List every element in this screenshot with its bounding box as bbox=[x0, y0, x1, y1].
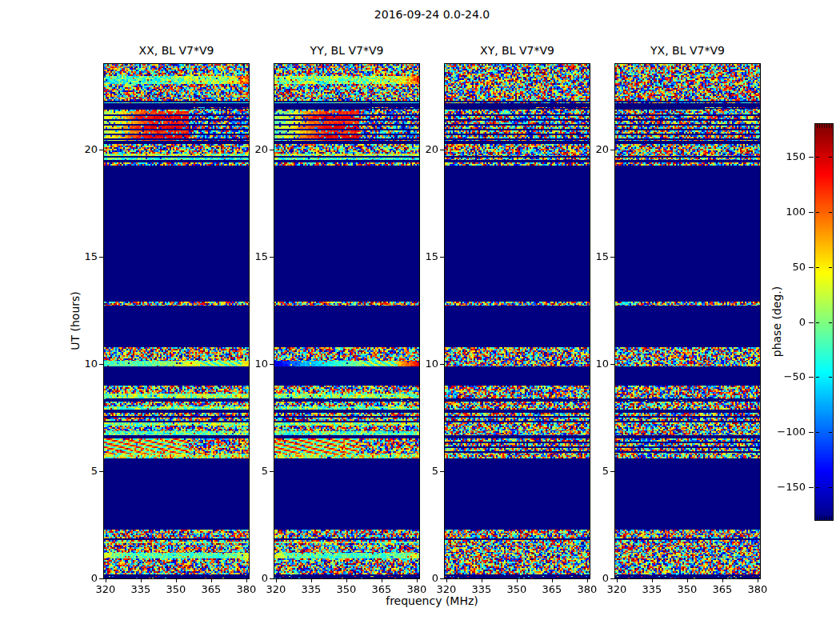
y-tick-label: 0 bbox=[577, 573, 609, 584]
x-tick-label: 335 bbox=[636, 584, 668, 595]
x-tick-label: 365 bbox=[195, 584, 227, 595]
colorbar-tick bbox=[809, 322, 814, 323]
x-tick-label: 380 bbox=[230, 584, 262, 595]
y-tick-label: 10 bbox=[236, 358, 268, 370]
x-tick bbox=[106, 579, 106, 582]
colorbar-tick-inner bbox=[829, 212, 832, 213]
y-tick-label: 10 bbox=[66, 358, 98, 370]
x-tick bbox=[276, 579, 277, 582]
heatmap-panel-xx bbox=[103, 63, 250, 579]
y-tick bbox=[99, 578, 103, 579]
y-tick bbox=[270, 578, 274, 579]
y-tick-label: 0 bbox=[406, 573, 438, 584]
y-tick-label: 5 bbox=[577, 466, 609, 477]
colorbar-tick-inner bbox=[829, 322, 832, 323]
x-tick bbox=[211, 579, 212, 582]
colorbar-tick-inner bbox=[829, 267, 832, 268]
x-tick-label: 380 bbox=[742, 584, 774, 595]
y-tick bbox=[440, 150, 444, 150]
y-tick bbox=[610, 150, 614, 150]
y-tick-label: 0 bbox=[66, 573, 98, 584]
y-tick bbox=[610, 257, 614, 258]
x-tick bbox=[176, 579, 177, 582]
x-tick-label: 350 bbox=[330, 584, 362, 595]
panel-title-xy: XY, BL V7*V9 bbox=[445, 44, 590, 57]
colorbar-tick bbox=[809, 487, 814, 488]
heatmap-panel-yy bbox=[274, 63, 420, 579]
panel-title-yx: YX, BL V7*V9 bbox=[615, 44, 760, 57]
x-tick-label: 365 bbox=[366, 584, 398, 595]
colorbar-tick bbox=[809, 267, 814, 268]
y-tick bbox=[440, 578, 444, 579]
y-tick-label: 15 bbox=[66, 251, 98, 262]
figure-title: 2016-09-24 0.0-24.0 bbox=[104, 8, 760, 21]
x-tick bbox=[346, 579, 347, 582]
colorbar-tick-label: −100 bbox=[764, 426, 806, 438]
colorbar-tick-label: 100 bbox=[764, 206, 806, 218]
x-tick bbox=[482, 579, 482, 582]
y-tick-label: 15 bbox=[406, 251, 438, 262]
y-tick-label: 20 bbox=[406, 144, 438, 155]
y-tick bbox=[440, 257, 444, 258]
y-axis-label: UT (hours) bbox=[69, 291, 82, 350]
x-tick-label: 380 bbox=[401, 584, 433, 595]
y-tick-label: 20 bbox=[66, 144, 98, 155]
y-tick bbox=[440, 471, 444, 472]
y-tick-label: 15 bbox=[236, 251, 268, 262]
x-tick bbox=[652, 579, 653, 582]
x-tick bbox=[141, 579, 142, 582]
y-tick-label: 15 bbox=[577, 251, 609, 262]
y-tick-label: 5 bbox=[406, 466, 438, 477]
x-tick-label: 380 bbox=[571, 584, 603, 595]
colorbar-tick-label: −150 bbox=[764, 482, 806, 493]
y-tick bbox=[610, 364, 614, 365]
y-tick-label: 10 bbox=[577, 358, 609, 370]
colorbar-tick-inner bbox=[829, 377, 832, 378]
x-tick-label: 320 bbox=[90, 584, 122, 595]
x-tick-label: 320 bbox=[260, 584, 292, 595]
panel-title-xx: XX, BL V7*V9 bbox=[104, 44, 249, 57]
x-tick-label: 335 bbox=[466, 584, 498, 595]
x-tick bbox=[722, 579, 723, 582]
x-tick bbox=[517, 579, 518, 582]
y-tick-label: 10 bbox=[406, 358, 438, 370]
x-axis-label: frequency (MHz) bbox=[264, 594, 600, 607]
x-tick bbox=[382, 579, 382, 582]
y-tick-label: 20 bbox=[236, 144, 268, 155]
x-tick bbox=[552, 579, 553, 582]
colorbar-tick-inner bbox=[816, 487, 819, 488]
x-tick-label: 350 bbox=[501, 584, 533, 595]
colorbar-tick bbox=[809, 377, 814, 378]
x-tick-label: 320 bbox=[601, 584, 633, 595]
colorbar-tick-inner bbox=[816, 432, 819, 433]
y-tick bbox=[270, 364, 274, 365]
y-tick-label: 20 bbox=[577, 144, 609, 155]
colorbar-tick-inner bbox=[829, 432, 832, 433]
y-tick bbox=[270, 257, 274, 258]
colorbar-tick-label: 150 bbox=[764, 151, 806, 162]
x-tick-label: 350 bbox=[671, 584, 703, 595]
x-tick-label: 335 bbox=[125, 584, 157, 595]
y-tick bbox=[99, 150, 103, 150]
colorbar-tick bbox=[809, 157, 814, 158]
colorbar-tick-inner bbox=[816, 212, 819, 213]
colorbar-tick-inner bbox=[816, 157, 819, 158]
y-tick bbox=[99, 364, 103, 365]
colorbar-tick-label: 0 bbox=[764, 317, 806, 328]
colorbar-tick bbox=[809, 432, 814, 433]
heatmap-panel-xy bbox=[444, 63, 590, 579]
colorbar-tick-label: 50 bbox=[764, 262, 806, 273]
y-tick bbox=[270, 471, 274, 472]
x-tick bbox=[617, 579, 618, 582]
x-tick bbox=[446, 579, 447, 582]
colorbar-tick-inner bbox=[829, 487, 832, 488]
x-tick-label: 320 bbox=[430, 584, 462, 595]
x-tick bbox=[758, 579, 758, 582]
y-tick bbox=[610, 578, 614, 579]
x-tick-label: 335 bbox=[295, 584, 327, 595]
heatmap-panel-yx bbox=[614, 63, 761, 579]
colorbar-tick bbox=[809, 212, 814, 213]
y-tick bbox=[99, 257, 103, 258]
x-tick-label: 365 bbox=[706, 584, 738, 595]
colorbar-tick-label: −50 bbox=[764, 371, 806, 382]
